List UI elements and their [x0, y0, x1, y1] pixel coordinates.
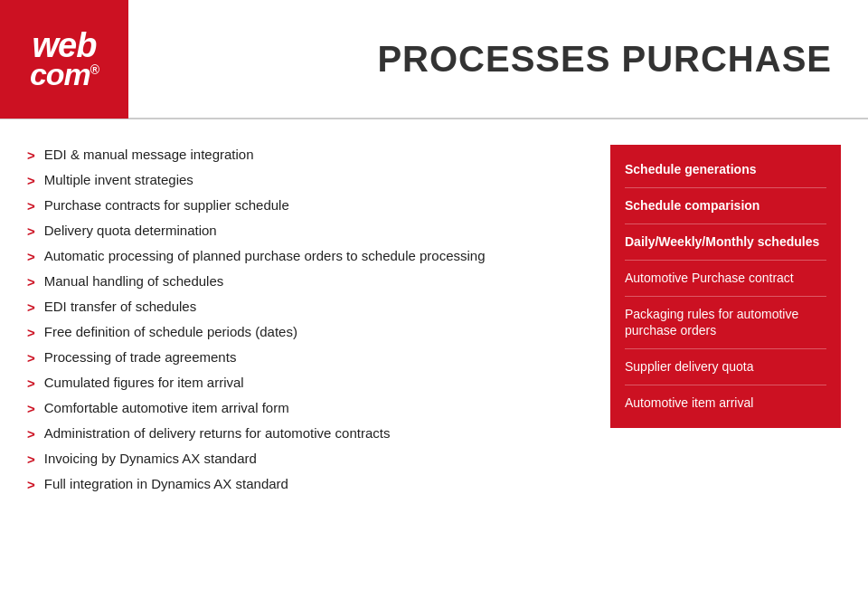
bullet-arrow-icon: >: [27, 424, 35, 443]
bullet-text: Manual handling of schedules: [44, 271, 583, 290]
bullet-text: Administration of delivery returns for a…: [44, 423, 583, 442]
red-box-item: Supplier delivery quota: [625, 349, 826, 385]
red-box: Schedule generationsSchedule comparision…: [610, 145, 841, 428]
bullet-arrow-icon: >: [27, 146, 35, 165]
page-title: PROCESSES PURCHASE: [377, 39, 832, 80]
list-item: >EDI & manual message integration: [27, 145, 583, 165]
bullet-arrow-icon: >: [27, 374, 35, 393]
list-item: >Administration of delivery returns for …: [27, 423, 583, 443]
red-box-item: Packaging rules for automotive purchase …: [625, 297, 826, 350]
bullet-arrow-icon: >: [27, 450, 35, 469]
red-box-item: Daily/Weekly/Monthly schedules: [625, 224, 826, 261]
bullet-list: >EDI & manual message integration>Multip…: [27, 145, 583, 581]
bullet-arrow-icon: >: [27, 247, 35, 266]
bullet-arrow-icon: >: [27, 399, 35, 418]
list-item: >Free definition of schedule periods (da…: [27, 322, 583, 342]
bullet-text: Purchase contracts for supplier schedule: [44, 195, 583, 214]
red-box-item: Automotive Purchase contract: [625, 261, 826, 297]
bullet-arrow-icon: >: [27, 323, 35, 342]
bullet-arrow-icon: >: [27, 298, 35, 317]
list-item: >Processing of trade agreements: [27, 347, 583, 367]
list-item: >Automatic processing of planned purchas…: [27, 246, 583, 266]
logo-block: web com®: [0, 0, 128, 119]
bullet-text: Delivery quota determination: [44, 221, 583, 240]
bullet-arrow-icon: >: [27, 171, 35, 190]
list-item: >Full integration in Dynamics AX standar…: [27, 474, 583, 494]
page-title-area: PROCESSES PURCHASE: [128, 39, 868, 80]
bullet-text: Cumulated figures for item arrival: [44, 373, 583, 392]
bullet-text: Automatic processing of planned purchase…: [44, 246, 583, 265]
red-box-item: Schedule generations: [625, 161, 826, 188]
bullet-text: Multiple invent strategies: [44, 170, 583, 189]
bullet-arrow-icon: >: [27, 475, 35, 494]
bullet-text: Invoicing by Dynamics AX standard: [44, 449, 583, 468]
list-item: >Purchase contracts for supplier schedul…: [27, 195, 583, 215]
main-content: >EDI & manual message integration>Multip…: [0, 119, 868, 599]
bullet-text: Comfortable automotive item arrival form: [44, 398, 583, 417]
bullet-text: Processing of trade agreements: [44, 347, 583, 366]
list-item: >Manual handling of schedules: [27, 271, 583, 291]
list-item: >Multiple invent strategies: [27, 170, 583, 190]
page: web com® PROCESSES PURCHASE >EDI & manua…: [0, 0, 868, 599]
list-item: >Cumulated figures for item arrival: [27, 373, 583, 393]
bullet-text: EDI & manual message integration: [44, 145, 583, 164]
list-item: >Delivery quota determination: [27, 221, 583, 241]
bullet-arrow-icon: >: [27, 272, 35, 291]
red-box-item: Schedule comparision: [625, 188, 826, 224]
bullet-text: Full integration in Dynamics AX standard: [44, 474, 583, 493]
list-item: >Comfortable automotive item arrival for…: [27, 398, 583, 418]
bullet-text: EDI transfer of schedules: [44, 297, 583, 316]
logo-com: com®: [30, 59, 99, 90]
bullet-arrow-icon: >: [27, 348, 35, 367]
bullet-arrow-icon: >: [27, 222, 35, 241]
list-item: >EDI transfer of schedules: [27, 297, 583, 317]
bullet-arrow-icon: >: [27, 196, 35, 215]
red-box-item: Automotive item arrival: [625, 385, 826, 412]
list-item: >Invoicing by Dynamics AX standard: [27, 449, 583, 469]
bullet-text: Free definition of schedule periods (dat…: [44, 322, 583, 341]
logo: web com®: [30, 28, 99, 90]
header: web com® PROCESSES PURCHASE: [0, 0, 868, 119]
